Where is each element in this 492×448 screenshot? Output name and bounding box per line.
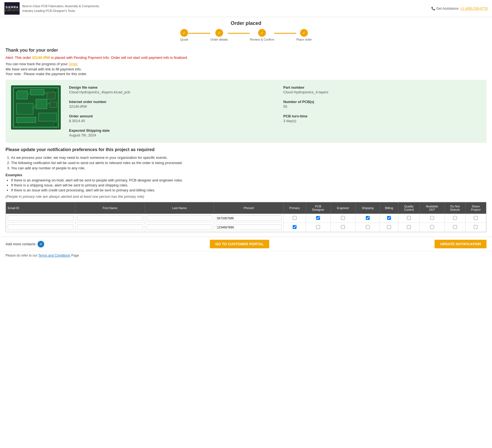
step-label-place-order: Place order bbox=[296, 38, 312, 41]
assistance-label: Get Assistance: bbox=[436, 7, 459, 10]
header-shipping: Shipping bbox=[355, 202, 380, 214]
examples-bullets: If there is an engineering on-hold, aler… bbox=[11, 178, 486, 192]
row-1-share_project-checkbox[interactable] bbox=[474, 225, 478, 229]
header-last-name: Last Name bbox=[145, 202, 214, 214]
header-email: Email ID bbox=[6, 202, 75, 214]
row-1-quality_control-checkbox[interactable] bbox=[407, 225, 411, 229]
order-details-grid: Design file name Cloud Hydroponics_4laye… bbox=[69, 85, 481, 137]
svg-rect-7 bbox=[50, 102, 57, 107]
primary-note: (People in primary role are always alert… bbox=[6, 194, 486, 199]
notification-step-2: The following notification list will be … bbox=[11, 161, 486, 165]
step-line-2 bbox=[228, 33, 250, 34]
row-0-engineer-checkbox[interactable] bbox=[341, 216, 345, 220]
svg-point-14 bbox=[15, 89, 17, 92]
main-content: Thank you for your order Alert: This ord… bbox=[0, 43, 492, 237]
row-1-shipping-checkbox[interactable] bbox=[366, 225, 370, 229]
portal-button[interactable]: GO TO CUSTOMER PORTAL bbox=[210, 240, 269, 248]
progress-section: Order placed ✓ Quote ✓ Order details ✓ R… bbox=[0, 17, 492, 43]
step-circle-review: ✓ bbox=[258, 29, 266, 37]
row-0-quality_control-checkbox[interactable] bbox=[407, 216, 411, 220]
tagline-1: Best-in-Class PCB Fabrication, Assembly … bbox=[22, 4, 100, 9]
add-contacts-area: Add more contacts + bbox=[6, 241, 44, 247]
row-0-share_project-checkbox[interactable] bbox=[474, 216, 478, 220]
alert-order-id: 32140-iRW bbox=[32, 56, 50, 60]
shipping-date-value: August 7th, 2024 bbox=[69, 133, 267, 137]
header-pcb-designer: PCBDesigner bbox=[306, 202, 330, 214]
footer: Please do refer to our Terms and Conditi… bbox=[0, 251, 492, 260]
step-line-3 bbox=[274, 33, 296, 34]
svg-rect-5 bbox=[17, 103, 33, 114]
alert-message: Alert: This order 32140-iRW is placed wi… bbox=[6, 56, 486, 60]
logo-icon: SiERRA CIRCUITS bbox=[4, 2, 20, 15]
add-contacts-button[interactable]: + bbox=[38, 241, 44, 247]
row-0-pcb_designer-checkbox[interactable] bbox=[316, 216, 320, 220]
update-notification-button[interactable]: UPDATE NOTIFICATION bbox=[435, 240, 486, 248]
logo-text: Best-in-Class PCB Fabrication, Assembly … bbox=[22, 4, 100, 13]
bullet-1: If there is an engineering on-hold, aler… bbox=[11, 178, 486, 182]
order-placed-title: Order placed bbox=[0, 20, 492, 26]
track-prefix: You can now track the progress of your bbox=[6, 62, 69, 66]
svg-rect-2 bbox=[17, 91, 28, 99]
header-assistance: 📞 Get Assistance: +1 (408) 539-0778 bbox=[431, 7, 488, 10]
row-0-last_name-input[interactable] bbox=[147, 215, 212, 221]
row-0-shipping-checkbox[interactable] bbox=[366, 216, 370, 220]
row-0-email-input[interactable] bbox=[8, 215, 73, 221]
track-order-text: You can now track the progress of your O… bbox=[6, 62, 486, 66]
order-card: Design file name Cloud Hydroponics_4laye… bbox=[6, 80, 486, 143]
step-line-1 bbox=[188, 33, 210, 34]
shipping-date-item: Expected Shipping date August 7th, 2024 bbox=[69, 128, 267, 137]
step-place-order: ✓ Place order bbox=[296, 29, 312, 41]
order-amount-item: Order amount $ 3014.45 bbox=[69, 114, 267, 123]
row-0-first_name-input[interactable] bbox=[77, 215, 143, 221]
row-1-do_not_disturb-checkbox[interactable] bbox=[453, 225, 457, 229]
header-do-not-disturb: Do NotDisturb bbox=[445, 202, 465, 214]
turn-time-label: PCB turn-time bbox=[283, 114, 481, 118]
email-sent-text: We have sent email with link to fill pay… bbox=[6, 67, 486, 71]
row-1-engineer-checkbox[interactable] bbox=[341, 225, 345, 229]
svg-point-15 bbox=[54, 89, 57, 92]
row-1-primary-checkbox[interactable] bbox=[293, 225, 297, 229]
step-circle-quote: ✓ bbox=[180, 29, 188, 37]
row-0-do_not_disturb-checkbox[interactable] bbox=[453, 216, 457, 220]
row-1-first_name-input[interactable] bbox=[77, 225, 143, 230]
pcb-count-label: Number of PCB(s) bbox=[283, 100, 481, 104]
row-1-billing-checkbox[interactable] bbox=[387, 225, 391, 229]
bullet-3: If there is an issue with credit card pr… bbox=[11, 188, 486, 192]
contacts-table-wrapper: Email ID First Name Last Name Phone# Pri… bbox=[6, 202, 486, 232]
turn-time-value: 3 day(s) bbox=[283, 119, 481, 123]
internet-order-value: 32140-iRW bbox=[69, 104, 267, 109]
row-0-available_247-checkbox[interactable] bbox=[430, 216, 434, 220]
row-0-primary-checkbox[interactable] bbox=[293, 216, 297, 220]
alert-prefix: Alert: This order bbox=[6, 56, 32, 60]
logo-area: SiERRA CIRCUITS Best-in-Class PCB Fabric… bbox=[4, 2, 100, 15]
terms-link[interactable]: Terms and Conditions bbox=[38, 254, 70, 257]
logo-sierra: SiERRA bbox=[6, 6, 19, 9]
phone-link[interactable]: +1 (408) 539-0778 bbox=[460, 7, 488, 10]
svg-rect-9 bbox=[39, 113, 57, 121]
row-1-phone-input[interactable] bbox=[216, 225, 282, 230]
shipping-date-label: Expected Shipping date bbox=[69, 128, 267, 133]
page-header: SiERRA CIRCUITS Best-in-Class PCB Fabric… bbox=[0, 0, 492, 17]
svg-rect-4 bbox=[47, 92, 55, 99]
svg-point-17 bbox=[54, 123, 57, 126]
order-link[interactable]: Order bbox=[69, 62, 78, 66]
design-file-item: Design file name Cloud Hydroponics_4laye… bbox=[69, 85, 267, 94]
svg-point-16 bbox=[15, 123, 17, 126]
row-0-billing-checkbox[interactable] bbox=[387, 216, 391, 220]
row-0-phone-input[interactable] bbox=[216, 215, 282, 221]
row-1-last_name-input[interactable] bbox=[147, 225, 212, 230]
notification-section: Please update your notification preferen… bbox=[6, 147, 486, 232]
notification-title: Please update your notification preferen… bbox=[6, 147, 486, 152]
step-quote: ✓ Quote bbox=[180, 29, 188, 41]
row-1-pcb_designer-checkbox[interactable] bbox=[316, 225, 320, 229]
row-1-email-input[interactable] bbox=[8, 225, 73, 230]
svg-line-11 bbox=[44, 92, 47, 94]
notification-step-1: As we process your order, we may need to… bbox=[11, 156, 486, 160]
row-1-available_247-checkbox[interactable] bbox=[430, 225, 434, 229]
tagline-2: Industry Leading PCB Designer's Tools. bbox=[22, 9, 100, 13]
design-file-value: Cloud Hydroponics_4layers.kicad_pcb bbox=[69, 90, 267, 94]
pcb-img-inner bbox=[11, 85, 61, 130]
design-file-label: Design file name bbox=[69, 85, 267, 89]
step-order-details: ✓ Order details bbox=[210, 29, 228, 41]
footer-prefix: Please do refer to our bbox=[6, 254, 38, 257]
